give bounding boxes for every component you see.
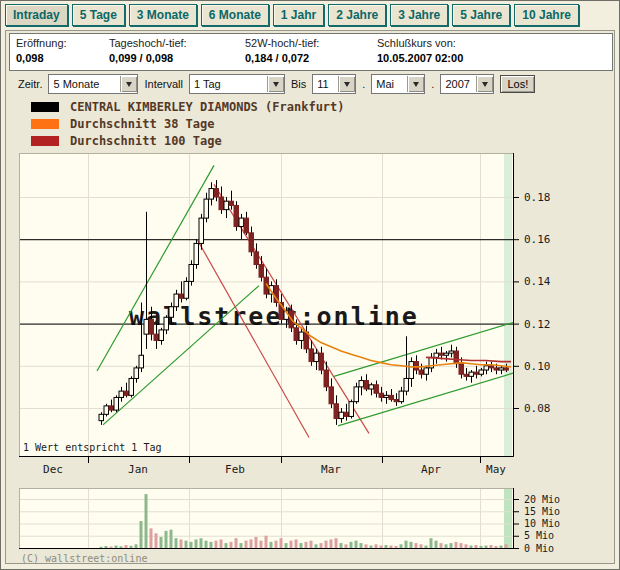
info-field-2: 52W-hoch/-tief:0,184 / 0,072 — [245, 34, 377, 70]
legend-label: CENTRAL KIMBERLEY DIAMONDS (Frankfurt) — [70, 100, 345, 114]
chevron-down-icon[interactable] — [407, 76, 424, 92]
svg-text:0.08: 0.08 — [524, 402, 551, 415]
chart-controls: Zeitr. 5 Monate Intervall 1 Tag Bis 11 .… — [18, 73, 535, 95]
legend-swatch-icon — [31, 102, 59, 112]
tab-5-tage[interactable]: 5 Tage — [72, 4, 125, 26]
legend-swatch-icon — [31, 136, 59, 146]
info-label: Schlußkurs von: — [377, 37, 612, 49]
year-value: 2007 — [445, 78, 469, 90]
date-dot: . — [362, 78, 365, 90]
quote-info-bar: Eröffnung:0,098Tageshoch/-tief:0,099 / 0… — [9, 33, 613, 71]
svg-text:0.18: 0.18 — [524, 191, 551, 204]
chevron-down-icon[interactable] — [120, 76, 137, 92]
tab-10-jahre[interactable]: 10 Jahre — [514, 4, 579, 26]
svg-text:0.10: 0.10 — [524, 360, 551, 373]
year-select[interactable]: 2007 — [440, 74, 494, 94]
volume-chart: 0 Mio5 Mio10 Mio15 Mio20 Mio — [19, 488, 599, 554]
legend-row-1: Durchschnitt 38 Tage — [31, 115, 345, 132]
svg-text:15 Mio: 15 Mio — [524, 506, 560, 517]
info-field-3: Schlußkurs von:10.05.2007 02:00 — [377, 34, 612, 70]
price-chart: wallstreet:online0.080.100.120.140.160.1… — [19, 153, 599, 483]
info-value: 0,099 / 0,098 — [109, 52, 245, 64]
copyright-text: (C) wallstreet:online — [21, 553, 147, 564]
date-dot: . — [431, 78, 434, 90]
info-label: Eröffnung: — [16, 37, 109, 49]
svg-text:10 Mio: 10 Mio — [524, 518, 560, 529]
legend-swatch-icon — [31, 119, 59, 129]
month-select[interactable]: Mai — [371, 74, 425, 94]
zeitraum-select[interactable]: 5 Monate — [48, 74, 138, 94]
intervall-label: Intervall — [144, 78, 183, 90]
svg-text:May: May — [486, 463, 506, 476]
range-tabs: Intraday5 Tage3 Monate6 Monate1 Jahr2 Ja… — [5, 4, 579, 26]
intervall-select[interactable]: 1 Tag — [189, 74, 285, 94]
legend-label: Durchschnitt 38 Tage — [70, 117, 215, 131]
info-value: 0,184 / 0,072 — [245, 52, 377, 64]
chevron-down-icon[interactable] — [338, 76, 355, 92]
svg-text:1 Wert entspricht 1 Tag: 1 Wert entspricht 1 Tag — [23, 442, 161, 453]
svg-text:0.16: 0.16 — [524, 233, 551, 246]
chevron-down-icon[interactable] — [267, 76, 284, 92]
zeitraum-label: Zeitr. — [18, 78, 42, 90]
tab-3-jahre[interactable]: 3 Jahre — [390, 4, 448, 26]
svg-text:0.14: 0.14 — [524, 275, 551, 288]
info-field-0: Eröffnung:0,098 — [10, 34, 109, 70]
svg-text:0.12: 0.12 — [524, 318, 551, 331]
svg-text:5 Mio: 5 Mio — [524, 530, 554, 541]
chart-tool-window: Intraday5 Tage3 Monate6 Monate1 Jahr2 Ja… — [0, 0, 620, 570]
go-button[interactable]: Los! — [500, 75, 535, 93]
svg-text:20 Mio: 20 Mio — [524, 494, 560, 505]
bis-label: Bis — [291, 78, 306, 90]
info-value: 10.05.2007 02:00 — [377, 52, 612, 64]
tab-6-monate[interactable]: 6 Monate — [201, 4, 269, 26]
info-value: 0,098 — [16, 52, 109, 64]
month-value: Mai — [376, 78, 394, 90]
tab-3-monate[interactable]: 3 Monate — [129, 4, 197, 26]
svg-text:0 Mio: 0 Mio — [524, 543, 554, 554]
info-label: Tageshoch/-tief: — [109, 37, 245, 49]
intervall-value: 1 Tag — [194, 78, 221, 90]
chart-legend: CENTRAL KIMBERLEY DIAMONDS (Frankfurt)Du… — [31, 98, 345, 149]
svg-text:Mar: Mar — [321, 463, 341, 476]
day-select[interactable]: 11 — [312, 74, 356, 94]
svg-text:Apr: Apr — [421, 463, 441, 476]
zeitraum-value: 5 Monate — [53, 78, 99, 90]
tab-intraday[interactable]: Intraday — [5, 4, 68, 26]
chevron-down-icon[interactable] — [476, 76, 493, 92]
info-label: 52W-hoch/-tief: — [245, 37, 377, 49]
info-field-1: Tageshoch/-tief:0,099 / 0,098 — [109, 34, 245, 70]
tab-1-jahr[interactable]: 1 Jahr — [273, 4, 324, 26]
day-value: 11 — [317, 78, 328, 90]
legend-row-0: CENTRAL KIMBERLEY DIAMONDS (Frankfurt) — [31, 98, 345, 115]
tab-5-jahre[interactable]: 5 Jahre — [452, 4, 510, 26]
svg-text:Dec: Dec — [43, 463, 63, 476]
svg-text:Feb: Feb — [225, 463, 245, 476]
legend-label: Durchschnitt 100 Tage — [70, 134, 222, 148]
tab-2-jahre[interactable]: 2 Jahre — [328, 4, 386, 26]
svg-text:Jan: Jan — [128, 463, 148, 476]
legend-row-2: Durchschnitt 100 Tage — [31, 132, 345, 149]
